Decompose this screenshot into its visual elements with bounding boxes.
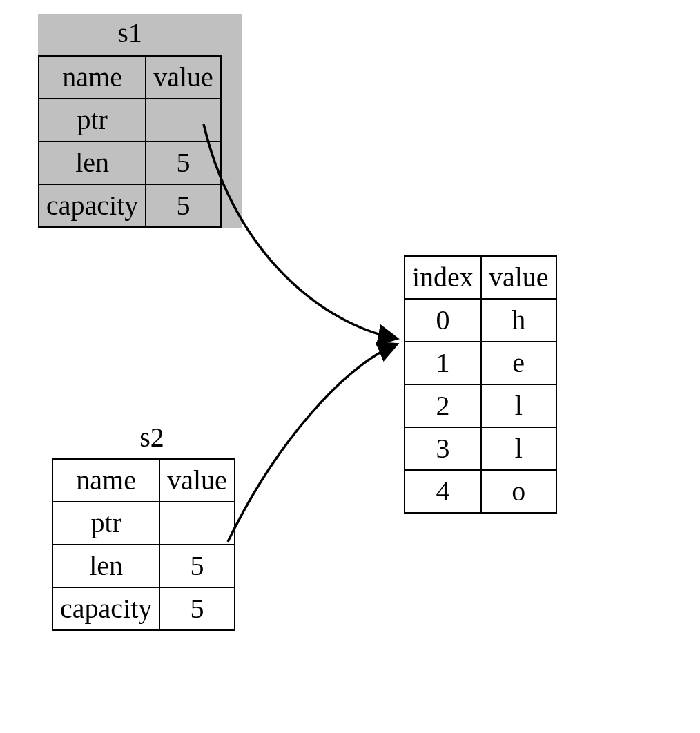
heap-row2-value: l	[481, 384, 556, 427]
s2-header-name: name	[52, 459, 159, 502]
s2-block: s2 name value ptr len 5 capacity 5	[52, 421, 252, 631]
arrow-s2-ptr	[228, 345, 395, 542]
heap-row4-index: 4	[405, 470, 481, 513]
heap-row1-index: 1	[405, 342, 481, 384]
heap-row3-index: 3	[405, 427, 481, 470]
table-row: 3 l	[405, 427, 556, 470]
table-row: ptr	[39, 99, 221, 141]
s1-row1-name: len	[39, 141, 146, 184]
diagram-canvas: s1 name value ptr len 5 capacity 5	[0, 0, 700, 733]
table-row: capacity 5	[39, 184, 221, 227]
heap-row0-index: 0	[405, 299, 481, 342]
s1-row2-name: capacity	[39, 184, 146, 227]
s1-header-name: name	[39, 56, 146, 99]
s2-row0-value	[159, 502, 235, 545]
s1-title: s1	[38, 14, 222, 51]
s1-header-value: value	[146, 56, 221, 99]
heap-header-index: index	[405, 256, 481, 299]
table-row: 2 l	[405, 384, 556, 427]
s1-table: name value ptr len 5 capacity 5	[38, 55, 222, 228]
heap-row2-index: 2	[405, 384, 481, 427]
s2-header-value: value	[159, 459, 235, 502]
heap-header-value: value	[481, 256, 556, 299]
s1-row1-value: 5	[146, 141, 221, 184]
s1-row0-name: ptr	[39, 99, 146, 141]
s2-table: name value ptr len 5 capacity 5	[52, 458, 235, 631]
table-row: len 5	[52, 545, 235, 587]
s1-row2-value: 5	[146, 184, 221, 227]
s2-row2-name: capacity	[52, 587, 159, 630]
table-row: index value	[405, 256, 556, 299]
heap-row4-value: o	[481, 470, 556, 513]
s2-row0-name: ptr	[52, 502, 159, 545]
s1-block: s1 name value ptr len 5 capacity 5	[38, 14, 242, 228]
heap-block: index value 0 h 1 e 2 l 3 l 4 o	[404, 255, 557, 514]
s2-row1-name: len	[52, 545, 159, 587]
table-row: capacity 5	[52, 587, 235, 630]
s2-title: s2	[52, 421, 252, 454]
table-row: 4 o	[405, 470, 556, 513]
table-row: 1 e	[405, 342, 556, 384]
table-row: 0 h	[405, 299, 556, 342]
s2-row2-value: 5	[159, 587, 235, 630]
heap-row0-value: h	[481, 299, 556, 342]
table-row: name value	[39, 56, 221, 99]
table-row: len 5	[39, 141, 221, 184]
table-row: ptr	[52, 502, 235, 545]
heap-table: index value 0 h 1 e 2 l 3 l 4 o	[404, 255, 557, 514]
heap-row3-value: l	[481, 427, 556, 470]
s2-row1-value: 5	[159, 545, 235, 587]
s1-row0-value	[146, 99, 221, 141]
table-row: name value	[52, 459, 235, 502]
heap-row1-value: e	[481, 342, 556, 384]
